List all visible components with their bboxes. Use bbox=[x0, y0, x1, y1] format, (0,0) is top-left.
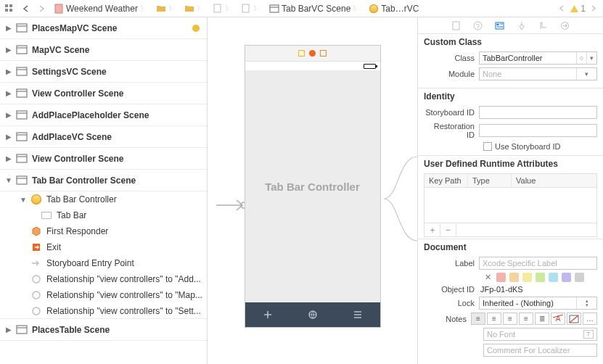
class-label: Class bbox=[424, 54, 479, 62]
jumpbar-segment-folder2[interactable]: 〉 bbox=[181, 4, 207, 14]
localizer-comment-field[interactable]: Comment For Localizer bbox=[483, 344, 597, 357]
jumpbar-segment-sheet2[interactable]: 〉 bbox=[238, 4, 263, 14]
udra-body[interactable] bbox=[424, 188, 596, 223]
svg-point-27 bbox=[33, 291, 40, 299]
disclosure-triangle-icon[interactable]: ▶ bbox=[4, 67, 13, 75]
outline-item-relationship-settings[interactable]: ▶Relationship "view controllers" to "Set… bbox=[0, 303, 207, 319]
class-combo[interactable]: TabBarController○▾ bbox=[479, 51, 597, 65]
file-inspector-icon[interactable] bbox=[451, 20, 462, 31]
jumpbar-segment-scene[interactable]: Tab BarVC Scene〉 bbox=[266, 4, 363, 14]
attributes-inspector-icon[interactable] bbox=[516, 20, 528, 31]
disclosure-triangle-icon[interactable]: ▼ bbox=[19, 196, 28, 204]
storyboard-canvas[interactable]: Tab Bar Controller bbox=[208, 17, 417, 364]
svg-rect-0 bbox=[5, 4, 8, 7]
svg-rect-1 bbox=[9, 4, 12, 7]
svg-rect-11 bbox=[17, 46, 27, 54]
column-header-keypath[interactable]: Key Path bbox=[424, 174, 468, 187]
swatch-yellow[interactable] bbox=[522, 273, 532, 282]
disclosure-triangle-icon[interactable]: ▶ bbox=[4, 111, 13, 119]
scene-row-viewcontroller1[interactable]: ▶View Controller Scene bbox=[0, 83, 207, 104]
scene-row-tabbarcontroller[interactable]: ▼Tab Bar Controller Scene bbox=[0, 170, 207, 191]
align-justify-icon[interactable]: ≡ bbox=[519, 313, 533, 325]
remove-button[interactable]: − bbox=[440, 223, 456, 236]
swatch-orange[interactable] bbox=[509, 273, 519, 282]
swatch-green[interactable] bbox=[536, 273, 545, 282]
swatch-purple[interactable] bbox=[562, 273, 571, 282]
swatch-blue[interactable] bbox=[549, 273, 558, 282]
outline-item-relationship-add[interactable]: ▶Relationship "view controllers" to "Add… bbox=[0, 271, 207, 287]
swatch-clear[interactable]: ✕ bbox=[483, 273, 493, 282]
bg-color-icon[interactable] bbox=[567, 313, 581, 325]
outline-item-firstresponder[interactable]: ▶First Responder bbox=[0, 223, 207, 239]
outline-item-tabbar[interactable]: ▶Tab Bar bbox=[0, 207, 207, 223]
column-header-value[interactable]: Value bbox=[512, 174, 596, 187]
restoration-id-field[interactable] bbox=[479, 124, 597, 137]
list-icon[interactable]: ≣ bbox=[535, 313, 549, 325]
font-field[interactable]: No FontT bbox=[483, 328, 597, 341]
outline-item-entrypoint[interactable]: ▶Storyboard Entry Point bbox=[0, 255, 207, 271]
jumpbar-segment-folder1[interactable]: 〉 bbox=[153, 4, 179, 14]
issues-indicator[interactable]: 1 bbox=[555, 2, 600, 15]
jumpbar-segment-vc[interactable]: Tab…rVC bbox=[366, 4, 422, 14]
size-inspector-icon[interactable] bbox=[538, 20, 549, 31]
doc-label-field[interactable]: Xcode Specific Label bbox=[479, 257, 597, 270]
identity-inspector-icon[interactable] bbox=[494, 20, 506, 31]
swatch-gray[interactable] bbox=[575, 273, 584, 282]
lock-combo[interactable]: Inherited - (Nothing)▴▾ bbox=[479, 297, 597, 310]
add-button[interactable]: ＋ bbox=[424, 223, 440, 236]
outline-item-relationship-map[interactable]: ▶Relationship "view controllers" to "Map… bbox=[0, 287, 207, 303]
tab-item-menu[interactable] bbox=[335, 302, 380, 327]
svg-rect-36 bbox=[496, 22, 504, 29]
tab-item-plus[interactable] bbox=[245, 302, 290, 327]
storyboard-id-field[interactable] bbox=[479, 106, 597, 119]
clear-icon[interactable]: ○ bbox=[576, 52, 586, 64]
font-placeholder: No Font bbox=[487, 330, 515, 339]
column-header-type[interactable]: Type bbox=[468, 174, 512, 187]
align-left-icon[interactable]: ≡ bbox=[471, 313, 485, 325]
align-center-icon[interactable]: ≡ bbox=[487, 313, 501, 325]
scene-row-settingsvc[interactable]: ▶SettingsVC Scene bbox=[0, 61, 207, 83]
chevron-down-icon[interactable]: ▾ bbox=[586, 52, 596, 64]
nav-back-icon[interactable] bbox=[19, 2, 32, 15]
align-right-icon[interactable]: ≡ bbox=[503, 313, 517, 325]
scene-row-addplaceplaceholder[interactable]: ▶AddPlacePlaceholder Scene bbox=[0, 104, 207, 126]
scene-row-placesmapvc[interactable]: ▶PlacesMapVC Scene bbox=[0, 17, 207, 39]
document-icon bbox=[241, 4, 251, 14]
text-color-icon[interactable]: A bbox=[551, 313, 565, 325]
chevron-right-icon: 〉 bbox=[140, 4, 147, 14]
module-combo[interactable]: None▾ bbox=[479, 67, 597, 80]
disclosure-triangle-icon[interactable]: ▶ bbox=[4, 326, 13, 334]
help-inspector-icon[interactable]: ? bbox=[472, 20, 484, 31]
related-items-icon[interactable] bbox=[3, 2, 16, 15]
svg-rect-29 bbox=[17, 326, 27, 334]
scene-row-viewcontroller2[interactable]: ▶View Controller Scene bbox=[0, 148, 207, 170]
tab-item-globe[interactable] bbox=[290, 302, 335, 327]
svg-rect-13 bbox=[17, 67, 27, 75]
jumpbar-segment-project[interactable]: Weekend Weather 〉 bbox=[51, 4, 150, 14]
scene-row-mapvc[interactable]: ▶MapVC Scene bbox=[0, 39, 207, 61]
stepper-icon[interactable]: ▴▾ bbox=[576, 297, 596, 309]
font-picker-icon[interactable]: T bbox=[583, 330, 594, 339]
scene-preview-tabbarcontroller[interactable]: Tab Bar Controller bbox=[245, 45, 381, 328]
scene-row-placestable[interactable]: ▶PlacesTable Scene bbox=[0, 319, 207, 341]
disclosure-triangle-icon[interactable]: ▶ bbox=[4, 133, 13, 141]
disclosure-triangle-icon[interactable]: ▶ bbox=[4, 46, 13, 54]
udra-table[interactable]: Key PathTypeValue ＋− bbox=[424, 173, 597, 237]
nav-forward-icon[interactable] bbox=[35, 2, 48, 15]
jumpbar-segment-sheet1[interactable]: 〉 bbox=[210, 4, 235, 14]
scene-row-addplacevc[interactable]: ▶AddPlaceVC Scene bbox=[0, 126, 207, 148]
checkbox-icon[interactable] bbox=[483, 142, 492, 151]
disclosure-triangle-icon[interactable]: ▶ bbox=[4, 89, 13, 97]
outline-item-tabbarcontroller[interactable]: ▼Tab Bar Controller bbox=[0, 191, 207, 207]
swatch-red[interactable] bbox=[496, 273, 506, 282]
entry-point-arrow[interactable] bbox=[215, 197, 248, 213]
use-storyboard-id-row[interactable]: Use Storyboard ID bbox=[424, 142, 597, 151]
outline-item-exit[interactable]: ▶Exit bbox=[0, 239, 207, 255]
disclosure-triangle-icon[interactable]: ▼ bbox=[4, 176, 13, 184]
disclosure-triangle-icon[interactable]: ▶ bbox=[4, 24, 13, 32]
objectid-label: Object ID bbox=[424, 285, 479, 294]
more-icon[interactable]: … bbox=[583, 313, 597, 325]
connections-inspector-icon[interactable] bbox=[559, 20, 571, 31]
disclosure-triangle-icon[interactable]: ▶ bbox=[4, 154, 13, 162]
chevron-down-icon[interactable]: ▾ bbox=[576, 68, 596, 80]
